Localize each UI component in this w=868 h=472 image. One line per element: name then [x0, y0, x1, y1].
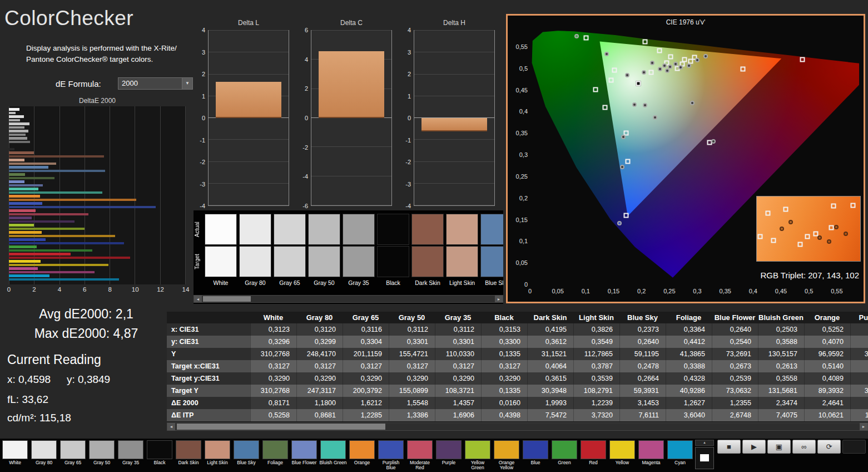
toolbar-patch-button[interactable]: White [1, 440, 29, 471]
toolbar-patch-button[interactable]: Gray 80 [30, 440, 58, 471]
description-line-1: Display analysis is performed with the X… [26, 43, 204, 54]
deltae-xlabels: 02468101214 [9, 286, 186, 294]
table-cell: 0,5140 [804, 360, 850, 372]
axis-tick-label: 1 [398, 93, 411, 100]
target-point [741, 66, 746, 71]
toolbar-patch-button[interactable]: Orange Yellow [493, 440, 520, 471]
patch-label: Purple [435, 460, 463, 465]
row-label: Target x:CIE31 [167, 360, 250, 372]
table-cell: 2,3474 [758, 397, 804, 409]
table-cell: 0,3826 [573, 323, 619, 336]
axis-tick-label: 0,4 [745, 288, 761, 294]
deltae-bar [9, 224, 34, 227]
toolbar-patch-button[interactable]: Yellow [608, 440, 636, 471]
toolbar-patch-button[interactable]: Cyan [666, 440, 694, 471]
axis-tick-label: -2 [398, 159, 411, 165]
delta-h-chart: Delta H 43210-1-2-3-4 [398, 17, 498, 212]
toolbar-patch-button[interactable]: Gray 35 [117, 440, 145, 471]
toolbar-patch-button[interactable]: Blue [522, 440, 549, 471]
patch-swatch: Blue Sky [480, 210, 503, 288]
play-button[interactable]: ▶ [742, 440, 766, 454]
deltae-bar [9, 166, 48, 169]
toolbar-patch-button[interactable]: Bluish Green [319, 440, 347, 471]
scrollbar-thumb[interactable] [177, 424, 385, 430]
table-row: y: CIE310,32960,32990,33040,33010,33010,… [167, 336, 868, 348]
strip-scrollbar[interactable]: ◄ ► [194, 295, 503, 303]
actual-swatch [377, 214, 409, 245]
measured-point [711, 139, 716, 144]
toolbar-patch-button[interactable]: Orange [348, 440, 376, 471]
toolbar-patch-button[interactable]: Light Skin [204, 440, 231, 471]
stop-button[interactable]: ■ [717, 440, 741, 454]
row-label: ΔE 2000 [167, 397, 250, 409]
deltae-bar [9, 188, 38, 190]
deltae-bar [9, 202, 42, 205]
table-cell: 0,3301 [389, 336, 435, 348]
toolbar-patch-button[interactable]: Blue Sky [232, 440, 260, 471]
chart-title: Delta H [414, 19, 495, 27]
table-cell: 0,2540 [712, 336, 758, 348]
deltae-bar [9, 253, 71, 255]
toolbar-patch-button[interactable]: Green [550, 440, 578, 471]
table-cell: 0,3127 [481, 360, 527, 372]
toolbar-patch-button[interactable]: Yellow Green [464, 440, 492, 471]
table-row: x: CIE310,31230,31200,31160,31120,31120,… [167, 323, 868, 336]
toolbar-patch-button[interactable]: Magenta [637, 440, 665, 471]
table-cell: 96,9592 [804, 348, 850, 360]
scroll-right-icon[interactable]: ► [860, 423, 867, 430]
axis-tick-label: -4 [398, 203, 411, 209]
deltae-bar [9, 199, 136, 201]
axis-tick-label: 0,2 [510, 195, 528, 201]
inset-target-point [798, 242, 803, 247]
pattern-window-button[interactable] [695, 447, 714, 469]
toolbar-patch-button[interactable]: Foliage [261, 440, 289, 471]
inset-measured-point [817, 235, 822, 240]
toolbar-patch-button[interactable]: Black [146, 440, 173, 471]
toolbar-patch-button[interactable]: Purple [435, 440, 463, 471]
axis-tick-label: 6 [295, 27, 308, 33]
de-formula-dropdown[interactable]: 2000 ▼ [118, 77, 193, 90]
toolbar-patch-button[interactable]: Dark Skin [175, 440, 202, 471]
table-cell: 2,4641 [804, 397, 850, 409]
column-header: Gray 50 [389, 312, 435, 323]
gridline [414, 96, 494, 96]
patch-label: Blue Flower [290, 460, 318, 465]
scroll-left-icon[interactable]: ◄ [167, 423, 175, 430]
toolbar-patch-button[interactable]: Gray 50 [88, 440, 116, 471]
table-cell: 0,3290 [435, 372, 481, 385]
table-cell: 0,3127 [250, 360, 296, 372]
scroll-right-icon[interactable]: ► [495, 296, 503, 302]
toolbar-patch-button[interactable]: Moderate Red [406, 440, 434, 471]
table-cell: 1,2355 [712, 397, 758, 409]
cie-title: CIE 1976 u'v' [508, 18, 864, 26]
toolbar-patch-button[interactable]: Red [579, 440, 607, 471]
axis-tick-label: 2 [192, 71, 205, 77]
pattern-up-button[interactable]: ▲ [695, 440, 714, 446]
toolbar-patch-button[interactable]: Purplish Blue [377, 440, 405, 471]
loop-button[interactable]: ∞ [792, 440, 816, 454]
patch-label: Blue [522, 460, 549, 465]
table-cell: 112,7865 [573, 348, 619, 360]
toolbar-patch-button[interactable]: Gray 65 [59, 440, 87, 471]
gridline [414, 52, 494, 52]
axis-tick-label: 3 [192, 49, 205, 56]
patch-label: Gray 80 [237, 279, 274, 286]
actual-swatch [205, 214, 237, 245]
toolbar-patch-button[interactable]: Blue Flower [290, 440, 318, 471]
extra-button[interactable] [842, 440, 866, 454]
measured-point [617, 221, 622, 225]
chevron-down-icon[interactable]: ▼ [182, 78, 192, 89]
deltae-bar [9, 271, 95, 274]
axis-tick-label: 0 [398, 115, 411, 121]
y-axis-labels: 43210-1-2-3-4 [192, 30, 207, 206]
refresh-button[interactable]: ⟳ [817, 440, 841, 454]
table-scrollbar[interactable]: ◄ ► [167, 422, 868, 431]
deltae-bar [9, 264, 108, 267]
scrollbar-thumb[interactable] [203, 296, 251, 302]
scroll-left-icon[interactable]: ◄ [194, 296, 202, 302]
table-cell: 0,3290 [296, 372, 343, 385]
table-cell: 310,2768 [250, 348, 296, 360]
pattern-button[interactable]: ▣ [767, 440, 791, 454]
axis-tick-label: 4 [52, 286, 67, 293]
inset-measured-point [788, 220, 793, 224]
